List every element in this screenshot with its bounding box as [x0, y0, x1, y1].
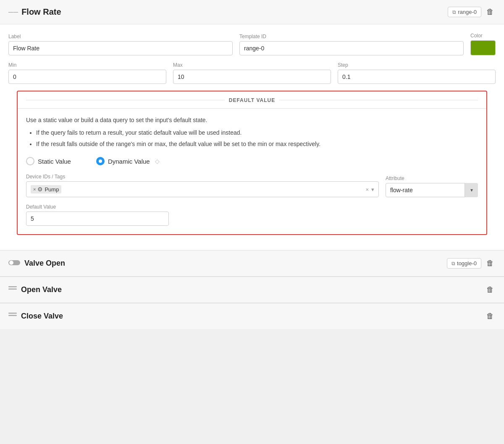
form-area: Label Template ID Color Min Max: [0, 24, 504, 250]
device-attr-row: Device IDs / Tags × ⚙ Pump × ▾: [26, 174, 478, 197]
color-group: Color: [470, 33, 496, 55]
default-value-header: DEFAULT VALUE: [18, 91, 486, 109]
tags-controls: × ▾: [365, 186, 374, 193]
flow-rate-title: Flow Rate: [21, 7, 61, 17]
static-radio[interactable]: [26, 157, 34, 165]
default-value-section: DEFAULT VALUE Use a static value or buil…: [17, 91, 487, 235]
valve-open-delete-button[interactable]: 🗑: [485, 257, 496, 269]
close-valve-left: Close Valve: [8, 312, 63, 321]
default-value-title: DEFAULT VALUE: [225, 97, 280, 103]
pump-tag: × ⚙ Pump: [31, 185, 61, 193]
dynamic-value-option[interactable]: Dynamic Value ◇: [96, 157, 160, 165]
dynamic-label: Dynamic Value: [108, 158, 150, 165]
step-label: Step: [338, 62, 496, 68]
max-input[interactable]: [173, 70, 331, 84]
hamburger-icon-1: [8, 286, 17, 294]
label-input[interactable]: [8, 41, 233, 55]
close-valve-section[interactable]: Close Valve 🗑: [0, 303, 504, 329]
template-id-label: Template ID: [239, 34, 464, 39]
open-valve-section[interactable]: Open Valve 🗑: [0, 277, 504, 303]
page-wrapper: ─ ─ Flow Rate ⧉ range-0 🗑 Label Template…: [0, 0, 504, 329]
min-group: Min: [8, 62, 166, 84]
color-swatch[interactable]: [470, 40, 496, 55]
flow-rate-delete-button[interactable]: 🗑: [485, 6, 496, 18]
flow-rate-section-header: ─ ─ Flow Rate ⧉ range-0 🗑: [0, 0, 504, 24]
template-group: Template ID: [239, 34, 464, 55]
device-group: Device IDs / Tags × ⚙ Pump × ▾: [26, 174, 379, 197]
static-value-option[interactable]: Static Value: [26, 157, 71, 165]
default-val-group: Default Value: [26, 204, 169, 226]
header-right: ⧉ range-0 🗑: [448, 6, 496, 18]
close-valve-right: 🗑: [485, 310, 496, 322]
gear-icon: ⚙: [37, 186, 43, 193]
open-valve-title: Open Valve: [21, 285, 62, 294]
static-label: Static Value: [38, 158, 71, 165]
step-input[interactable]: [338, 70, 496, 84]
bullet-2: If the result falls outside of the range…: [36, 139, 478, 149]
hamburger-icon-2: [8, 313, 17, 320]
default-value-input[interactable]: [26, 212, 169, 226]
step-group: Step: [338, 62, 496, 84]
description-text: Use a static value or build a data query…: [26, 115, 478, 125]
toggle-badge-label: toggle-0: [457, 260, 477, 266]
valve-open-left: Valve Open: [8, 259, 65, 268]
device-ids-label: Device IDs / Tags: [26, 174, 379, 180]
svg-rect-2: [8, 286, 17, 287]
range-badge-button[interactable]: ⧉ range-0: [448, 7, 481, 17]
template-id-input[interactable]: [239, 41, 464, 55]
badge-label: range-0: [458, 9, 477, 15]
color-label: Color: [470, 33, 496, 39]
chevron-down-icon[interactable]: ▾: [371, 186, 374, 193]
attr-select-wrapper: flow-rate pressure temperature ▾: [386, 183, 478, 197]
svg-point-1: [9, 261, 13, 265]
row-label-template-color: Label Template ID Color: [8, 33, 496, 55]
attribute-select[interactable]: flow-rate pressure temperature: [386, 183, 478, 197]
radio-row: Static Value Dynamic Value ◇: [26, 157, 478, 165]
close-valve-delete-button[interactable]: 🗑: [485, 310, 496, 322]
valve-open-right: ⧉ toggle-0 🗑: [447, 257, 496, 269]
default-value-body: Use a static value or build a data query…: [18, 109, 486, 234]
attribute-label: Attribute: [386, 175, 478, 181]
diamond-icon: ◇: [155, 158, 160, 165]
toggle-copy-icon: ⧉: [452, 261, 455, 266]
row-min-max-step: Min Max Step: [8, 62, 496, 84]
clear-icon[interactable]: ×: [365, 186, 369, 193]
min-input[interactable]: [8, 70, 166, 84]
label-group: Label: [8, 34, 233, 55]
svg-rect-4: [8, 313, 17, 314]
min-label: Min: [8, 62, 166, 68]
bullet-1: If the query fails to return a result, y…: [36, 128, 478, 137]
open-valve-delete-button[interactable]: 🗑: [485, 284, 496, 296]
description-list: If the query fails to return a result, y…: [26, 128, 478, 149]
toggle-icon: [8, 259, 20, 268]
attr-group: Attribute flow-rate pressure temperature…: [386, 175, 478, 197]
valve-open-section[interactable]: Valve Open ⧉ toggle-0 🗑: [0, 250, 504, 276]
tag-name: Pump: [45, 186, 59, 193]
max-group: Max: [173, 62, 331, 84]
default-value-label: Default Value: [26, 204, 169, 210]
label-field-label: Label: [8, 34, 233, 39]
toggle-badge-button[interactable]: ⧉ toggle-0: [447, 258, 481, 269]
tags-input-container[interactable]: × ⚙ Pump × ▾: [26, 181, 379, 197]
open-valve-left: Open Valve: [8, 285, 62, 294]
header-left: ─ ─ Flow Rate: [8, 7, 61, 17]
close-valve-title: Close Valve: [21, 312, 63, 321]
tag-close-button[interactable]: ×: [33, 187, 36, 192]
svg-rect-5: [8, 315, 17, 316]
flow-rate-icon: ─ ─: [8, 8, 17, 16]
open-valve-right: 🗑: [485, 284, 496, 296]
dynamic-radio[interactable]: [96, 157, 105, 165]
copy-icon: ⧉: [452, 9, 456, 15]
svg-rect-3: [8, 288, 17, 290]
max-label: Max: [173, 62, 331, 68]
valve-open-title: Valve Open: [24, 259, 65, 268]
